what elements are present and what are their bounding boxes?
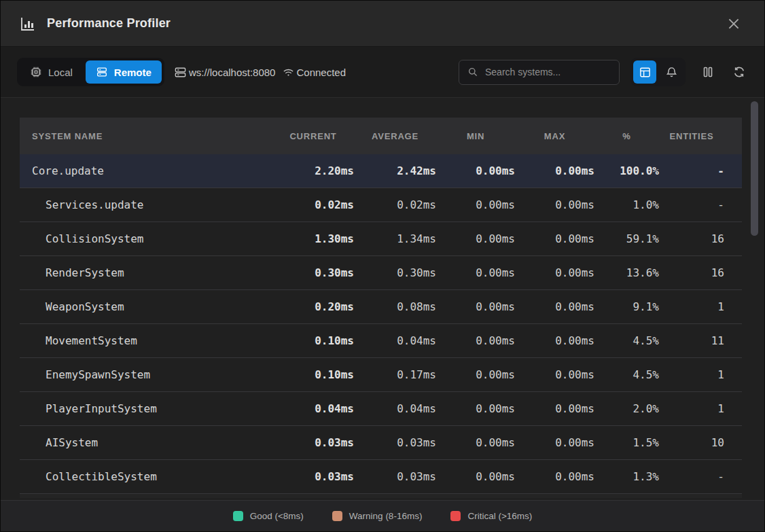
performance-profiler-window: Performance Profiler Local <box>0 0 765 532</box>
current-cell: 2.20ms <box>272 164 354 177</box>
percent-cell: 1.0% <box>594 198 659 211</box>
average-cell: 0.08ms <box>354 300 436 313</box>
min-cell: 0.00ms <box>436 232 515 245</box>
max-cell: 0.00ms <box>515 402 594 415</box>
percent-cell: 1.3% <box>594 470 659 483</box>
min-cell: 0.00ms <box>436 436 515 449</box>
current-cell: 0.04ms <box>272 402 354 415</box>
max-cell: 0.00ms <box>515 198 594 211</box>
pause-icon <box>701 65 715 79</box>
entities-cell: 10 <box>659 436 724 449</box>
current-cell: 0.02ms <box>272 198 354 211</box>
systems-table: SYSTEM NAME CURRENT AVERAGE MIN MAX % EN… <box>20 118 742 498</box>
close-icon <box>726 16 741 31</box>
percent-cell: 13.6% <box>594 266 659 279</box>
entities-cell: - <box>659 470 724 483</box>
average-cell: 0.04ms <box>354 402 436 415</box>
warning-swatch-icon <box>332 511 342 521</box>
close-button[interactable] <box>722 12 745 35</box>
websocket-url: ws://localhost:8080 <box>174 66 276 79</box>
percent-cell: 59.1% <box>594 232 659 245</box>
min-cell: 0.00ms <box>436 198 515 211</box>
min-cell: 0.00ms <box>436 470 515 483</box>
wifi-icon <box>282 66 295 79</box>
current-cell: 0.03ms <box>272 470 354 483</box>
table-row[interactable]: WeaponSystem 0.20ms 0.08ms 0.00ms 0.00ms… <box>20 290 742 324</box>
max-cell: 0.00ms <box>515 266 594 279</box>
search-input[interactable] <box>485 67 611 77</box>
toolbar: Local Remote <box>1 47 764 98</box>
refresh-icon <box>732 65 746 79</box>
table-row[interactable]: CollectibleSystem 0.03ms 0.03ms 0.00ms 0… <box>20 460 742 494</box>
pause-button[interactable] <box>699 63 717 81</box>
average-cell: 0.17ms <box>354 368 436 381</box>
table-row[interactable]: MovementSystem 0.10ms 0.04ms 0.00ms 0.00… <box>20 324 742 358</box>
min-cell: 0.00ms <box>436 266 515 279</box>
system-name-cell: MovementSystem <box>20 334 272 347</box>
max-cell: 0.00ms <box>515 436 594 449</box>
average-cell: 0.04ms <box>354 334 436 347</box>
legend-item-good: Good (<8ms) <box>233 511 304 521</box>
entities-cell: - <box>659 198 724 211</box>
title-bar: Performance Profiler <box>1 1 764 47</box>
column-header-max[interactable]: MAX <box>515 131 594 141</box>
entities-cell: - <box>659 164 724 177</box>
table-row[interactable]: EnemySpawnSystem 0.10ms 0.17ms 0.00ms 0.… <box>20 358 742 392</box>
table-row[interactable]: PlayerInputSystem 0.04ms 0.04ms 0.00ms 0… <box>20 392 742 426</box>
column-header-min[interactable]: MIN <box>436 131 515 141</box>
max-cell: 0.00ms <box>515 470 594 483</box>
bar-chart-icon <box>20 16 36 32</box>
percent-cell: 2.0% <box>594 402 659 415</box>
current-cell: 0.10ms <box>272 368 354 381</box>
refresh-button[interactable] <box>730 63 748 81</box>
average-cell: 2.42ms <box>354 164 436 177</box>
entities-cell: 1 <box>659 402 724 415</box>
legend-warning-label: Warning (8-16ms) <box>349 511 423 521</box>
system-name-cell: WeaponSystem <box>20 300 272 313</box>
column-header-average[interactable]: AVERAGE <box>354 131 436 141</box>
remote-mode-label: Remote <box>114 67 152 78</box>
column-header-percent[interactable]: % <box>594 131 659 141</box>
table-row[interactable]: RenderSystem 0.30ms 0.30ms 0.00ms 0.00ms… <box>20 256 742 290</box>
average-cell: 0.02ms <box>354 198 436 211</box>
table-row[interactable]: Core.update 2.20ms 2.42ms 0.00ms 0.00ms … <box>20 154 742 188</box>
server-icon <box>174 66 187 79</box>
server-icon <box>96 66 108 78</box>
max-cell: 0.00ms <box>515 334 594 347</box>
system-name-cell: CollectibleSystem <box>20 470 272 483</box>
current-cell: 0.03ms <box>272 436 354 449</box>
average-cell: 0.03ms <box>354 436 436 449</box>
max-cell: 0.00ms <box>515 368 594 381</box>
alerts-button[interactable] <box>660 60 683 84</box>
remote-mode-button[interactable]: Remote <box>86 60 162 84</box>
percent-cell: 4.5% <box>594 368 659 381</box>
system-name-cell: RenderSystem <box>20 266 272 279</box>
current-cell: 0.10ms <box>272 334 354 347</box>
local-mode-label: Local <box>48 67 73 78</box>
vertical-scrollbar-thumb[interactable] <box>751 101 758 236</box>
legend-item-warning: Warning (8-16ms) <box>332 511 423 521</box>
table-row[interactable]: AISystem 0.03ms 0.03ms 0.00ms 0.00ms 1.5… <box>20 426 742 460</box>
connection-status-text: Connected <box>296 67 346 78</box>
system-name-cell: PlayerInputSystem <box>20 402 272 415</box>
column-header-current[interactable]: CURRENT <box>272 131 354 141</box>
table-row[interactable]: Services.update 0.02ms 0.02ms 0.00ms 0.0… <box>20 188 742 222</box>
table-row[interactable]: CollisionSystem 1.30ms 1.34ms 0.00ms 0.0… <box>20 222 742 256</box>
legend-item-critical: Critical (>16ms) <box>450 511 532 521</box>
table-view-button[interactable] <box>633 60 656 84</box>
system-name-cell: Services.update <box>20 198 272 211</box>
connection-status: Connected <box>282 66 346 79</box>
column-header-system-name[interactable]: SYSTEM NAME <box>20 131 272 141</box>
search-icon <box>467 67 478 77</box>
view-controls <box>630 58 686 86</box>
percent-cell: 100.0% <box>594 164 659 177</box>
column-header-entities[interactable]: ENTITIES <box>659 131 724 141</box>
system-name-cell: CollisionSystem <box>20 232 272 245</box>
mode-segmented-control: Local Remote <box>17 58 164 86</box>
local-mode-button[interactable]: Local <box>20 60 83 84</box>
good-swatch-icon <box>233 511 243 521</box>
current-cell: 0.30ms <box>272 266 354 279</box>
legend-critical-label: Critical (>16ms) <box>467 511 532 521</box>
max-cell: 0.00ms <box>515 300 594 313</box>
percent-cell: 4.5% <box>594 334 659 347</box>
